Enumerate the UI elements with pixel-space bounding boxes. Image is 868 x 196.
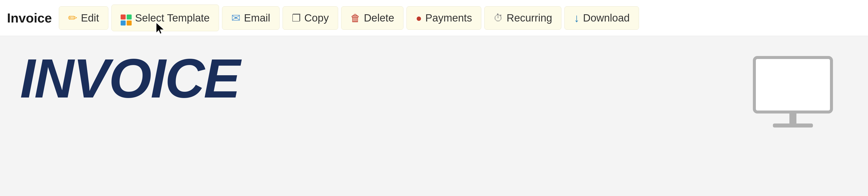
page-title: Invoice — [7, 10, 52, 26]
edit-button[interactable]: ✏ Edit — [59, 6, 108, 30]
toolbar: Invoice ✏ Edit Select Template ✉ Email — [0, 0, 868, 36]
download-label: Download — [583, 12, 630, 24]
select-template-icon — [121, 10, 132, 26]
email-button[interactable]: ✉ Email — [222, 6, 280, 30]
monitor-body — [753, 56, 833, 113]
delete-icon: 🗑 — [350, 13, 361, 23]
monitor-stand-base — [773, 124, 813, 128]
delete-label: Delete — [364, 12, 394, 24]
payments-icon: ● — [416, 13, 422, 23]
monitor-illustration — [753, 56, 833, 128]
invoice-heading: INVOICE — [20, 51, 240, 106]
copy-label: Copy — [304, 12, 329, 24]
recurring-button[interactable]: ⏱ Recurring — [484, 6, 561, 30]
recurring-label: Recurring — [506, 12, 552, 24]
monitor-stand-neck — [789, 113, 797, 124]
download-button[interactable]: ↓ Download — [564, 6, 639, 30]
download-icon: ↓ — [574, 12, 580, 24]
payments-label: Payments — [425, 12, 472, 24]
delete-button[interactable]: 🗑 Delete — [341, 6, 403, 30]
copy-icon: ❐ — [292, 13, 301, 23]
edit-icon: ✏ — [68, 12, 78, 24]
recurring-icon: ⏱ — [494, 13, 503, 23]
email-label: Email — [244, 12, 270, 24]
payments-button[interactable]: ● Payments — [406, 6, 481, 30]
monitor-screen — [756, 59, 830, 110]
select-template-button[interactable]: Select Template — [112, 4, 219, 31]
copy-button[interactable]: ❐ Copy — [283, 6, 338, 30]
main-content: INVOICE — [0, 36, 868, 196]
email-icon: ✉ — [231, 12, 241, 24]
select-template-label: Select Template — [135, 12, 210, 24]
edit-label: Edit — [81, 12, 99, 24]
